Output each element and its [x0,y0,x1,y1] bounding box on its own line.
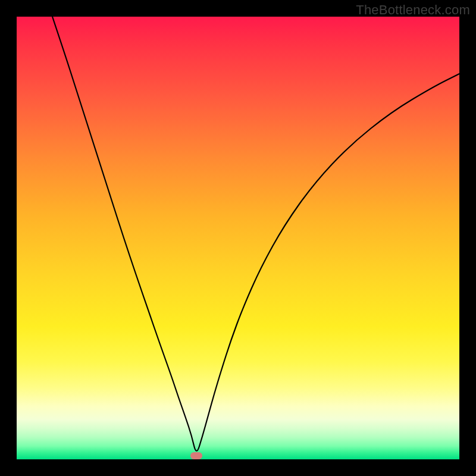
chart-frame: TheBottleneck.com [0,0,476,476]
bottleneck-curve [17,17,459,459]
optimal-point-marker [190,452,202,459]
plot-area [17,17,459,459]
watermark-text: TheBottleneck.com [356,2,470,18]
